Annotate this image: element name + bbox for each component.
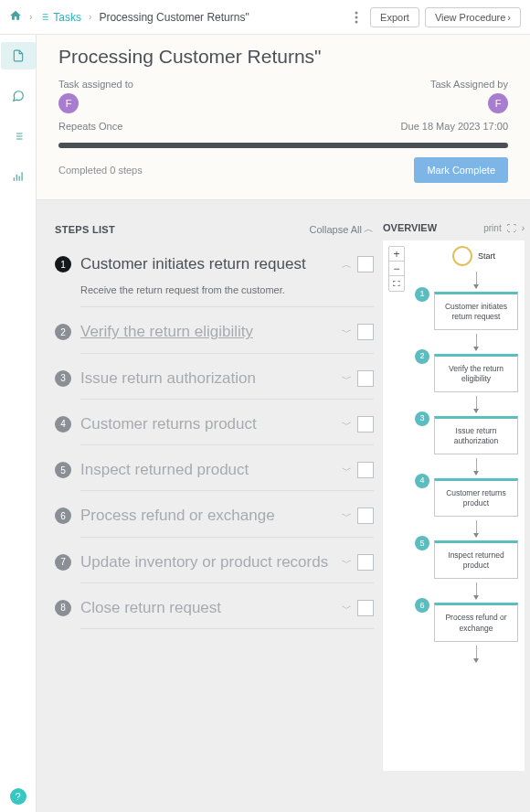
breadcrumb-current: Processing Customer Returns" <box>99 11 249 24</box>
flow-node[interactable]: 4 Customer returns product <box>434 478 518 517</box>
assigned-by-label: Task Assigned by <box>430 79 508 90</box>
repeats-label: Repeats Once <box>58 121 122 132</box>
breadcrumb-tasks-label: Tasks <box>53 11 81 24</box>
sidebar-item-chat[interactable] <box>1 82 36 110</box>
chevron-right-icon[interactable]: › <box>522 223 525 233</box>
step-title[interactable]: Issue return authorization <box>80 369 336 388</box>
sidebar-item-analytics[interactable] <box>1 163 36 190</box>
step-item: 7 Update inventory or product records ﹀ <box>55 545 374 591</box>
step-checkbox[interactable] <box>357 324 374 340</box>
step-number: 5 <box>55 462 71 478</box>
flow-node[interactable]: 1 Customer initiates return request <box>434 292 518 330</box>
flow-start-node[interactable]: Start <box>452 246 522 266</box>
flow-node-label: Customer returns product <box>446 488 506 508</box>
chevron-down-icon[interactable]: ﹀ <box>342 372 352 386</box>
breadcrumb: › Tasks › Processing Customer Returns" <box>9 9 249 25</box>
svg-point-7 <box>355 16 358 18</box>
step-checkbox[interactable] <box>357 508 374 524</box>
svg-point-6 <box>355 11 358 14</box>
collapse-all-button[interactable]: Collapse All ︿ <box>310 222 374 236</box>
step-item: 1 Customer initiates return request ︿ Re… <box>55 247 374 315</box>
chevron-down-icon[interactable]: ﹀ <box>342 509 352 523</box>
chevron-up-icon: ︿ <box>364 222 374 236</box>
step-checkbox[interactable] <box>357 370 374 387</box>
completed-count: Completed 0 steps <box>58 165 143 176</box>
step-number: 3 <box>55 370 71 387</box>
assigned-by-avatar[interactable]: F <box>488 93 508 113</box>
sidebar-item-document[interactable] <box>1 42 36 69</box>
chevron-down-icon[interactable]: ﹀ <box>342 556 352 570</box>
export-button[interactable]: Export <box>370 7 419 27</box>
step-number: 8 <box>55 600 71 616</box>
start-label: Start <box>478 251 495 261</box>
step-checkbox[interactable] <box>357 462 374 478</box>
step-number: 4 <box>55 416 71 433</box>
more-menu-button[interactable] <box>348 5 365 29</box>
breadcrumb-tasks[interactable]: Tasks <box>39 11 81 24</box>
chevron-down-icon[interactable]: ﹀ <box>342 326 352 339</box>
step-title[interactable]: Customer returns product <box>80 414 336 433</box>
flow-node-label: Inspect returned product <box>448 550 504 570</box>
zoom-in-button[interactable]: + <box>389 247 404 262</box>
step-item: 8 Close return request ﹀ <box>55 591 374 636</box>
task-header: Processing Customer Returns" Task assign… <box>37 35 530 200</box>
step-title[interactable]: Close return request <box>80 598 336 617</box>
step-item: 3 Issue return authorization ﹀ <box>55 361 374 407</box>
step-checkbox[interactable] <box>357 416 374 433</box>
flow-node[interactable]: 2 Verify the return eligibility <box>434 354 518 392</box>
progress-bar <box>58 143 508 148</box>
flow-diagram[interactable]: + − ⛶ Start 1 Customer initiates return … <box>383 240 525 771</box>
step-checkbox[interactable] <box>357 256 374 272</box>
flow-node-number: 5 <box>415 536 429 550</box>
collapse-all-label: Collapse All <box>310 224 362 235</box>
overview-panel: OVERVIEW print ⛶ › + − ⛶ Start <box>383 222 525 785</box>
chevron-down-icon[interactable]: ﹀ <box>342 464 352 477</box>
step-description: Receive the return request from the cust… <box>80 284 374 295</box>
sidebar-item-list[interactable] <box>1 123 36 150</box>
step-number: 7 <box>55 554 71 571</box>
chevron-down-icon[interactable]: ﹀ <box>342 602 352 615</box>
step-number: 6 <box>55 508 71 524</box>
sidebar: ? <box>0 35 37 812</box>
overview-title: OVERVIEW <box>383 222 478 233</box>
view-procedure-button[interactable]: View Procedure › <box>425 7 521 27</box>
chevron-down-icon[interactable]: ﹀ <box>342 418 352 432</box>
view-procedure-label: View Procedure <box>435 12 505 23</box>
step-title[interactable]: Update inventory or product records <box>80 552 336 572</box>
flow-node-label: Customer initiates return request <box>445 302 507 321</box>
flow-node[interactable]: 5 Inspect returned product <box>434 540 518 579</box>
step-title[interactable]: Process refund or exchange <box>80 506 336 525</box>
mark-complete-button[interactable]: Mark Complete <box>414 157 508 183</box>
chevron-right-icon: › <box>507 12 511 23</box>
step-title[interactable]: Inspect returned product <box>80 460 336 479</box>
step-checkbox[interactable] <box>357 600 374 616</box>
chevron-up-icon[interactable]: ︿ <box>342 258 352 272</box>
step-title[interactable]: Verify the return eligibility <box>80 322 336 341</box>
flow-node-label: Process refund or exchange <box>445 613 506 632</box>
breadcrumb-sep: › <box>89 12 91 22</box>
home-icon[interactable] <box>9 9 22 25</box>
print-button[interactable]: print <box>483 223 501 233</box>
step-item: 4 Customer returns product ﹀ <box>55 407 374 453</box>
help-button[interactable]: ? <box>10 788 26 805</box>
step-checkbox[interactable] <box>357 554 374 571</box>
flow-node[interactable]: 6 Process refund or exchange <box>434 603 518 641</box>
step-item: 2 Verify the return eligibility ﹀ <box>55 315 374 360</box>
step-item: 6 Process refund or exchange ﹀ <box>55 498 374 544</box>
flow-node-label: Verify the return eligibility <box>449 364 504 383</box>
expand-icon[interactable]: ⛶ <box>507 223 516 233</box>
zoom-fit-button[interactable]: ⛶ <box>389 276 404 291</box>
task-title: Processing Customer Returns" <box>58 46 508 68</box>
flow-node-number: 2 <box>415 349 429 364</box>
svg-point-8 <box>355 20 358 23</box>
assigned-to-avatar[interactable]: F <box>58 93 79 113</box>
topbar-actions: Export View Procedure › <box>348 5 521 29</box>
flow-node[interactable]: 3 Issue return authorization <box>434 416 518 454</box>
step-number: 1 <box>55 256 71 272</box>
flow-node-number: 4 <box>415 474 429 488</box>
topbar: › Tasks › Processing Customer Returns" E… <box>0 0 530 35</box>
zoom-out-button[interactable]: − <box>389 262 404 276</box>
assigned-to-label: Task assigned to <box>58 79 133 90</box>
flow-node-number: 1 <box>415 287 429 302</box>
step-title[interactable]: Customer initiates return request <box>80 254 336 273</box>
